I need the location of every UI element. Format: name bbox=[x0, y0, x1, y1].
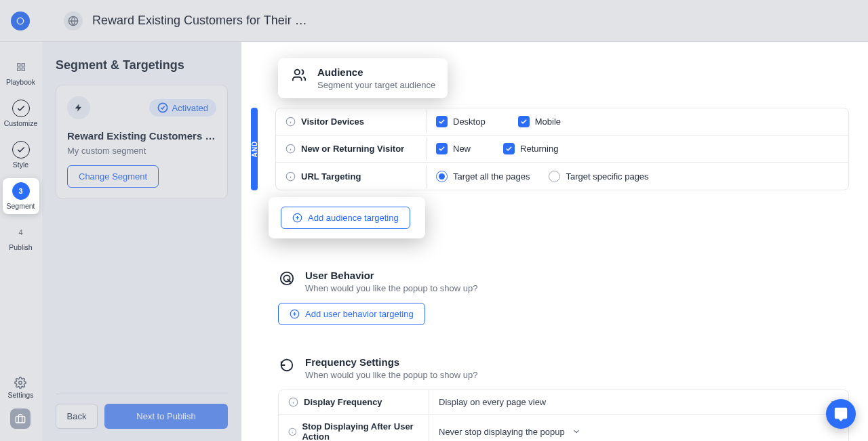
svg-rect-2 bbox=[17, 64, 20, 66]
rail-step-style[interactable]: Style bbox=[3, 137, 39, 173]
behavior-header: User Behavior When would you like the po… bbox=[278, 270, 849, 293]
info-icon[interactable] bbox=[285, 117, 296, 127]
main-content: Audience Segment your target audience AN… bbox=[241, 42, 868, 441]
rail-step-segment[interactable]: 3 Segment bbox=[3, 178, 39, 214]
svg-rect-3 bbox=[22, 64, 24, 66]
check-circle-icon bbox=[157, 102, 168, 113]
frequency-rules: Display Frequency Display on every page … bbox=[278, 390, 849, 441]
info-icon[interactable] bbox=[288, 397, 298, 407]
next-to-publish-button[interactable]: Next to Publish bbox=[104, 404, 228, 429]
svg-point-22 bbox=[281, 272, 293, 285]
briefcase-button[interactable] bbox=[10, 408, 31, 429]
stop-displaying-select[interactable]: Never stop displaying the popup bbox=[429, 415, 848, 441]
panel-heading: Segment & Targetings bbox=[56, 58, 228, 72]
segment-desc: My custom segment bbox=[67, 146, 216, 156]
checkbox-desktop[interactable]: Desktop bbox=[436, 116, 486, 127]
radio-target-specific[interactable]: Target specific pages bbox=[549, 171, 648, 182]
info-icon[interactable] bbox=[288, 427, 296, 437]
frequency-header: Frequency Settings When would you like t… bbox=[278, 356, 849, 380]
radio-target-all[interactable]: Target all the pages bbox=[436, 171, 530, 182]
step-rail: Playbook Customize Style 3 Segment 4 Pub… bbox=[0, 42, 42, 441]
chevron-down-icon bbox=[572, 427, 581, 436]
svg-point-0 bbox=[17, 18, 23, 24]
rule-visitor-devices: Visitor Devices Desktop Mobile bbox=[276, 108, 848, 135]
svg-point-6 bbox=[19, 381, 22, 385]
svg-point-9 bbox=[295, 70, 300, 75]
rule-stop-displaying: Stop Displaying After User Action Never … bbox=[279, 415, 848, 441]
svg-rect-5 bbox=[22, 68, 24, 70]
history-icon bbox=[278, 356, 296, 374]
rail-step-playbook[interactable]: Playbook bbox=[3, 54, 39, 90]
gear-icon bbox=[14, 377, 26, 389]
segment-panel: Segment & Targetings Activated Reward Ex… bbox=[42, 42, 241, 441]
display-frequency-select[interactable]: Display on every page view bbox=[429, 390, 848, 414]
activated-badge: Activated bbox=[149, 99, 216, 117]
segment-card: Activated Reward Existing Customers for … bbox=[56, 85, 228, 199]
rule-url-targeting: URL Targeting Target all the pages Targe… bbox=[276, 163, 848, 190]
add-user-behavior-button[interactable]: Add user behavior targeting bbox=[278, 303, 425, 325]
back-button[interactable]: Back bbox=[56, 404, 98, 429]
rail-settings[interactable]: Settings bbox=[8, 377, 34, 399]
rule-display-frequency: Display Frequency Display on every page … bbox=[279, 390, 848, 415]
audience-rules: AND Visitor Devices Desktop M bbox=[251, 108, 849, 190]
chat-fab[interactable] bbox=[826, 399, 856, 429]
plus-circle-icon bbox=[292, 213, 302, 223]
bolt-icon bbox=[67, 96, 90, 119]
audience-icon bbox=[290, 66, 308, 84]
page-title: Reward Existing Customers for Their … bbox=[92, 14, 307, 28]
audience-header: Audience Segment your target audience bbox=[278, 58, 448, 98]
plus-circle-icon bbox=[290, 309, 300, 319]
chat-icon bbox=[833, 406, 848, 421]
checkbox-new[interactable]: New bbox=[436, 143, 471, 154]
checkbox-returning[interactable]: Returning bbox=[503, 143, 558, 154]
change-segment-button[interactable]: Change Segment bbox=[67, 165, 159, 188]
rail-step-customize[interactable]: Customize bbox=[3, 96, 39, 131]
rail-step-publish[interactable]: 4 Publish bbox=[3, 219, 39, 255]
globe-icon[interactable] bbox=[64, 12, 83, 30]
cursor-icon bbox=[278, 270, 296, 287]
and-rail: AND bbox=[251, 108, 258, 190]
checkbox-mobile[interactable]: Mobile bbox=[518, 116, 561, 127]
info-icon[interactable] bbox=[285, 144, 296, 154]
svg-rect-4 bbox=[17, 68, 20, 70]
add-audience-targeting-button[interactable]: Add audience targeting bbox=[281, 207, 410, 229]
rule-new-returning: New or Returning Visitor New Returning bbox=[276, 135, 848, 163]
svg-rect-7 bbox=[16, 417, 25, 423]
segment-name: Reward Existing Customers for Th… bbox=[67, 130, 216, 142]
app-logo[interactable] bbox=[11, 12, 30, 30]
info-icon[interactable] bbox=[285, 171, 296, 182]
topbar: Reward Existing Customers for Their … bbox=[0, 0, 868, 42]
